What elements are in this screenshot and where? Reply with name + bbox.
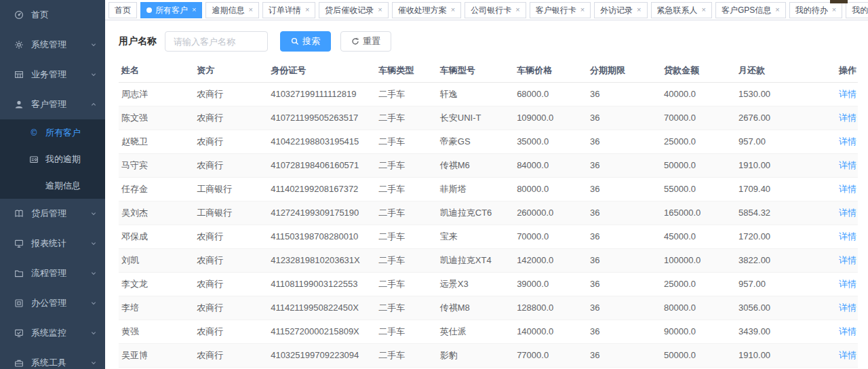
tab-1[interactable]: 所有客户× <box>140 2 202 18</box>
tab-9[interactable]: 紧急联系人× <box>651 2 712 18</box>
active-tab-dot <box>146 7 152 13</box>
reset-button[interactable]: 重置 <box>340 31 391 52</box>
table-cell: 36 <box>587 177 661 201</box>
detail-link[interactable]: 详情 <box>839 279 856 289</box>
sidebar-item-tools[interactable]: 系统工具 <box>0 348 105 369</box>
table-cell: 90000.0 <box>661 319 736 343</box>
sidebar-item-label: 客户管理 <box>31 98 90 111</box>
tab-label: 逾期信息 <box>212 3 244 18</box>
table-cell: 邓保成 <box>119 225 194 248</box>
close-icon[interactable]: × <box>775 6 779 14</box>
table-cell: 36 <box>587 343 661 367</box>
table-cell: 传祺M6 <box>437 153 514 177</box>
sidebar-item-process[interactable]: 流程管理 <box>0 258 105 288</box>
main-area: 首页所有客户×逾期信息×订单详情×贷后催收记录×催收处理方案×公司银行卡×客户银… <box>105 0 868 369</box>
sidebar-item-reports[interactable]: 报表统计 <box>0 229 105 258</box>
sidebar-item-customers[interactable]: 客户管理 <box>0 90 105 119</box>
sidebar-item-business[interactable]: 业务管理 <box>0 60 105 90</box>
col-vehicle-type: 车辆类型 <box>376 60 437 82</box>
table-cell: 1709.40 <box>736 177 819 201</box>
table-cell: 36 <box>587 201 661 225</box>
table-cell: 工商银行 <box>194 177 268 201</box>
table-cell: 410721199505263517 <box>268 106 376 130</box>
detail-link[interactable]: 详情 <box>839 303 856 313</box>
chevron-down-icon <box>90 330 97 336</box>
tab-4[interactable]: 贷后催收记录× <box>319 2 388 18</box>
detail-link[interactable]: 详情 <box>839 136 856 147</box>
sidebar-item-label: 办公管理 <box>31 297 90 309</box>
tab-7[interactable]: 客户银行卡× <box>530 2 591 18</box>
table-cell: 41152720000215809X <box>268 319 376 343</box>
close-icon[interactable]: × <box>832 6 836 14</box>
sidebar-item-monitor[interactable]: 系统监控 <box>0 318 105 348</box>
sidebar-item-home[interactable]: 首页 <box>0 0 105 30</box>
close-icon[interactable]: × <box>702 6 706 14</box>
card-icon <box>28 155 39 164</box>
table-cell-actions: 详情 <box>819 82 858 106</box>
close-icon[interactable]: × <box>637 6 641 14</box>
table-cell: 165000.0 <box>661 201 736 225</box>
detail-link[interactable]: 详情 <box>839 184 856 194</box>
tab-5[interactable]: 催收处理方案× <box>392 2 461 18</box>
tab-10[interactable]: 客户GPS信息× <box>715 2 786 18</box>
detail-link[interactable]: 详情 <box>839 113 856 123</box>
close-icon[interactable]: × <box>451 6 455 14</box>
search-label: 用户名称 <box>119 35 157 47</box>
table-cell: 二手车 <box>376 153 437 177</box>
table-cell: 260000.0 <box>514 201 587 225</box>
chevron-down-icon <box>90 41 97 48</box>
table-cell-actions: 详情 <box>819 272 858 296</box>
search-button[interactable]: 搜索 <box>280 31 331 52</box>
table-cell: 50000.0 <box>661 343 736 367</box>
user-icon <box>14 100 24 109</box>
tab-6[interactable]: 公司银行卡× <box>465 2 526 18</box>
grid-icon <box>14 70 24 79</box>
table-cell: 二手车 <box>376 225 437 248</box>
col-loan-amount: 贷款金额 <box>661 60 736 82</box>
sidebar-item-my-overdue[interactable]: 我的逾期 <box>0 146 105 172</box>
detail-link[interactable]: 详情 <box>839 89 856 99</box>
table-cell-actions: 详情 <box>819 343 858 367</box>
tab-12[interactable]: 我的流程× <box>846 2 868 18</box>
sidebar-item-all-customers[interactable]: © 所有客户 <box>0 119 105 146</box>
col-capital: 资方 <box>194 60 268 82</box>
tab-0[interactable]: 首页 <box>108 2 137 18</box>
tab-3[interactable]: 订单详情× <box>262 2 315 18</box>
sidebar-item-office[interactable]: 办公管理 <box>0 288 105 318</box>
tab-8[interactable]: 外访记录× <box>594 2 647 18</box>
tab-2[interactable]: 逾期信息× <box>205 2 258 18</box>
close-icon[interactable]: × <box>580 6 585 14</box>
detail-link[interactable]: 详情 <box>839 255 856 265</box>
detail-link[interactable]: 详情 <box>839 326 856 336</box>
detail-link[interactable]: 详情 <box>839 231 856 241</box>
tab-11[interactable]: 我的待办× <box>789 2 842 18</box>
table-cell: 工商银行 <box>194 201 268 225</box>
table-header-row: 姓名 资方 身份证号 车辆类型 车辆型号 车辆价格 分期期限 贷款金额 月还款 … <box>119 60 858 82</box>
table-cell: 140000.0 <box>514 319 587 343</box>
table-row: 黄强农商行41152720000215809X二手车英仕派140000.0369… <box>119 319 858 343</box>
close-icon[interactable]: × <box>248 6 252 14</box>
table-cell: 36 <box>587 319 661 343</box>
chevron-down-icon <box>90 240 97 247</box>
search-input[interactable] <box>165 31 268 52</box>
table-cell: 36 <box>587 106 661 130</box>
close-icon[interactable]: × <box>192 6 196 14</box>
close-icon[interactable]: × <box>378 6 382 14</box>
detail-link[interactable]: 详情 <box>839 160 856 170</box>
table-cell: 957.00 <box>736 130 819 153</box>
sidebar-item-postloan[interactable]: 贷后管理 <box>0 199 105 229</box>
close-icon[interactable]: × <box>515 6 519 14</box>
sidebar-item-overdue-info[interactable]: 逾期信息 <box>0 172 105 199</box>
table-cell: 142000.0 <box>514 248 587 272</box>
table-row: 周志洋农商行410327199111112819二手车轩逸68000.03640… <box>119 82 858 106</box>
chevron-down-icon <box>90 300 97 307</box>
table-cell: 农商行 <box>194 153 268 177</box>
table-cell: 84000.0 <box>514 153 587 177</box>
table-cell: 3056.00 <box>736 296 819 319</box>
table-cell: 25000.0 <box>661 130 736 153</box>
close-icon[interactable]: × <box>305 6 309 14</box>
detail-link[interactable]: 详情 <box>839 350 856 360</box>
sidebar-item-system[interactable]: 系统管理 <box>0 30 105 60</box>
sidebar-item-label: 系统工具 <box>31 357 90 369</box>
detail-link[interactable]: 详情 <box>839 208 856 218</box>
